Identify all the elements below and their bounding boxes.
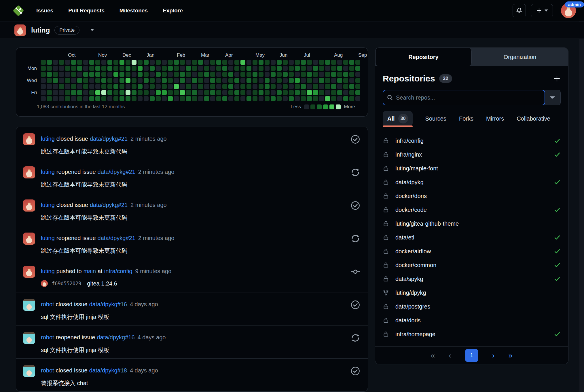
heatmap-cell[interactable] [120, 90, 124, 95]
heatmap-cell[interactable] [95, 78, 100, 83]
heatmap-cell[interactable] [295, 90, 300, 95]
repo-name-link[interactable]: docker/common [395, 262, 436, 269]
heatmap-cell[interactable] [47, 72, 52, 77]
heatmap-cell[interactable] [259, 78, 263, 83]
heatmap-cell[interactable] [77, 78, 82, 83]
repo-name-link[interactable]: data/dpykg [395, 179, 424, 186]
heatmap-cell[interactable] [95, 96, 100, 101]
heatmap-cell[interactable] [228, 84, 233, 89]
heatmap-cell[interactable] [150, 84, 155, 89]
filter-tab-all[interactable]: All 30 [383, 111, 413, 126]
heatmap-cell[interactable] [240, 60, 245, 65]
heatmap-cell[interactable] [222, 72, 227, 77]
heatmap-cell[interactable] [253, 72, 257, 77]
heatmap-cell[interactable] [216, 84, 221, 89]
avatar[interactable] [23, 233, 35, 245]
heatmap-cell[interactable] [331, 66, 336, 71]
heatmap-cell[interactable] [355, 66, 360, 71]
heatmap-cell[interactable] [355, 96, 360, 101]
heatmap-cell[interactable] [253, 66, 257, 71]
heatmap-cell[interactable] [259, 66, 263, 71]
heatmap-cell[interactable] [107, 90, 112, 95]
repo-link[interactable]: data/dpykg#16 [97, 334, 134, 340]
heatmap-cell[interactable] [47, 66, 52, 71]
gitea-logo-icon[interactable] [12, 4, 25, 17]
repo-list-item[interactable]: infra/nginx [383, 148, 561, 161]
repo-list-item[interactable]: docker/code [383, 203, 561, 217]
heatmap-cell[interactable] [295, 96, 300, 101]
heatmap-cell[interactable] [222, 78, 227, 83]
heatmap-cell[interactable] [271, 84, 276, 89]
heatmap-cell[interactable] [107, 60, 112, 65]
heatmap-cell[interactable] [295, 84, 300, 89]
heatmap-cell[interactable] [240, 90, 245, 95]
heatmap-cell[interactable] [180, 60, 185, 65]
heatmap-cell[interactable] [47, 90, 52, 95]
heatmap-cell[interactable] [228, 60, 233, 65]
heatmap-cell[interactable] [337, 78, 342, 83]
heatmap-cell[interactable] [337, 66, 342, 71]
heatmap-cell[interactable] [71, 84, 76, 89]
heatmap-cell[interactable] [174, 78, 179, 83]
heatmap-cell[interactable] [222, 96, 227, 101]
page-scrollbar-gutter[interactable] [579, 0, 584, 392]
heatmap-cell[interactable] [289, 84, 294, 89]
heatmap-cell[interactable] [77, 84, 82, 89]
repo-name-link[interactable]: luting/maple-font [395, 165, 438, 172]
user-link[interactable]: luting [41, 169, 55, 175]
heatmap-cell[interactable] [355, 90, 360, 95]
heatmap-cell[interactable] [289, 96, 294, 101]
heatmap-cell[interactable] [150, 78, 155, 83]
repo-list-item[interactable]: luting/dpykg [383, 286, 561, 300]
heatmap-cell[interactable] [265, 72, 270, 77]
repo-name-link[interactable]: docker/doris [395, 193, 427, 199]
heatmap-cell[interactable] [156, 96, 161, 101]
heatmap-cell[interactable] [216, 66, 221, 71]
heatmap-cell[interactable] [204, 96, 209, 101]
avatar[interactable] [23, 133, 35, 145]
heatmap-cell[interactable] [59, 84, 64, 89]
heatmap-cell[interactable] [180, 84, 185, 89]
heatmap-cell[interactable] [120, 78, 124, 83]
heatmap-cell[interactable] [277, 78, 282, 83]
heatmap-cell[interactable] [47, 96, 52, 101]
heatmap-cell[interactable] [41, 90, 46, 95]
repo-name-link[interactable]: infra/homepage [395, 331, 435, 338]
heatmap-cell[interactable] [138, 90, 143, 95]
heatmap-cell[interactable] [174, 84, 179, 89]
heatmap-cell[interactable] [325, 60, 330, 65]
heatmap-cell[interactable] [113, 96, 118, 101]
heatmap-cell[interactable] [198, 90, 203, 95]
repo-list-item[interactable]: docker/airflow [383, 244, 561, 258]
heatmap-cell[interactable] [301, 78, 306, 83]
heatmap-cell[interactable] [307, 90, 312, 95]
heatmap-cell[interactable] [337, 72, 342, 77]
heatmap-cell[interactable] [150, 96, 155, 101]
heatmap-cell[interactable] [168, 90, 173, 95]
heatmap-cell[interactable] [41, 66, 46, 71]
heatmap-cell[interactable] [144, 96, 149, 101]
avatar[interactable] [23, 365, 35, 377]
heatmap-cell[interactable] [349, 60, 354, 65]
heatmap-cell[interactable] [331, 60, 336, 65]
heatmap-cell[interactable] [83, 60, 88, 65]
avatar[interactable] [23, 266, 35, 278]
heatmap-cell[interactable] [337, 60, 342, 65]
user-link[interactable]: robot [41, 334, 54, 340]
heatmap-cell[interactable] [168, 84, 173, 89]
heatmap-cell[interactable] [71, 96, 76, 101]
heatmap-cell[interactable] [234, 90, 239, 95]
heatmap-cell[interactable] [77, 72, 82, 77]
user-link[interactable]: luting [41, 202, 55, 208]
heatmap-cell[interactable] [295, 78, 300, 83]
heatmap-cell[interactable] [337, 84, 342, 89]
repo-list-item[interactable]: infra/config [383, 134, 561, 148]
heatmap-cell[interactable] [89, 96, 94, 101]
heatmap-cell[interactable] [319, 66, 324, 71]
pagination-last-button[interactable]: » [509, 352, 513, 359]
heatmap-cell[interactable] [289, 78, 294, 83]
heatmap-cell[interactable] [271, 72, 276, 77]
heatmap-cell[interactable] [192, 72, 197, 77]
heatmap-cell[interactable] [138, 60, 143, 65]
repo-list-item[interactable]: luting/maple-font [383, 161, 561, 175]
